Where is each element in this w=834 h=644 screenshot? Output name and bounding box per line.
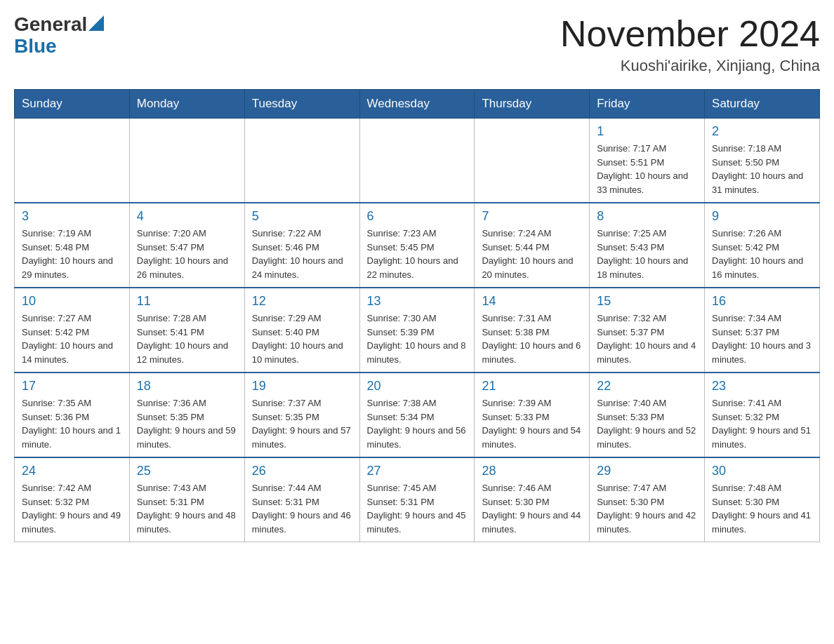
day-number: 18 bbox=[137, 379, 237, 394]
day-info: Sunrise: 7:28 AMSunset: 5:41 PMDaylight:… bbox=[137, 311, 237, 366]
day-info: Sunrise: 7:18 AMSunset: 5:50 PMDaylight:… bbox=[712, 142, 812, 196]
day-number: 12 bbox=[252, 294, 352, 309]
month-title: November 2024 bbox=[560, 14, 820, 54]
day-info: Sunrise: 7:41 AMSunset: 5:32 PMDaylight:… bbox=[712, 396, 812, 451]
calendar-day-cell bbox=[244, 119, 359, 203]
day-number: 6 bbox=[367, 209, 468, 224]
day-info: Sunrise: 7:35 AMSunset: 5:36 PMDaylight:… bbox=[22, 396, 122, 451]
calendar-day-cell: 25Sunrise: 7:43 AMSunset: 5:31 PMDayligh… bbox=[129, 457, 244, 542]
day-info: Sunrise: 7:39 AMSunset: 5:33 PMDaylight:… bbox=[482, 396, 582, 451]
calendar-day-cell: 23Sunrise: 7:41 AMSunset: 5:32 PMDayligh… bbox=[705, 373, 820, 457]
calendar-day-cell: 19Sunrise: 7:37 AMSunset: 5:35 PMDayligh… bbox=[244, 373, 359, 457]
calendar-week-row: 10Sunrise: 7:27 AMSunset: 5:42 PMDayligh… bbox=[15, 288, 820, 373]
calendar-day-cell bbox=[359, 119, 475, 203]
day-of-week-header: Monday bbox=[129, 90, 244, 119]
day-number: 19 bbox=[252, 379, 352, 394]
calendar-day-cell bbox=[129, 119, 244, 203]
day-number: 8 bbox=[597, 209, 697, 224]
day-info: Sunrise: 7:38 AMSunset: 5:34 PMDaylight:… bbox=[367, 396, 468, 451]
calendar-day-cell bbox=[475, 119, 590, 203]
day-info: Sunrise: 7:17 AMSunset: 5:51 PMDaylight:… bbox=[597, 142, 697, 196]
day-number: 25 bbox=[137, 464, 237, 478]
title-section: November 2024 Kuoshi'airike, Xinjiang, C… bbox=[560, 14, 820, 75]
calendar-day-cell: 24Sunrise: 7:42 AMSunset: 5:32 PMDayligh… bbox=[15, 457, 130, 542]
day-info: Sunrise: 7:47 AMSunset: 5:30 PMDaylight:… bbox=[597, 481, 697, 536]
day-number: 27 bbox=[367, 464, 468, 478]
day-number: 3 bbox=[22, 209, 122, 224]
svg-marker-0 bbox=[88, 15, 104, 31]
day-info: Sunrise: 7:19 AMSunset: 5:48 PMDaylight:… bbox=[22, 227, 122, 281]
day-info: Sunrise: 7:42 AMSunset: 5:32 PMDaylight:… bbox=[22, 481, 122, 536]
calendar-day-cell: 18Sunrise: 7:36 AMSunset: 5:35 PMDayligh… bbox=[129, 373, 244, 457]
day-info: Sunrise: 7:20 AMSunset: 5:47 PMDaylight:… bbox=[137, 227, 237, 281]
day-info: Sunrise: 7:45 AMSunset: 5:31 PMDaylight:… bbox=[367, 481, 468, 536]
calendar-day-cell: 6Sunrise: 7:23 AMSunset: 5:45 PMDaylight… bbox=[359, 203, 475, 288]
day-of-week-header: Thursday bbox=[475, 90, 590, 119]
day-number: 16 bbox=[712, 294, 812, 309]
calendar-day-cell: 27Sunrise: 7:45 AMSunset: 5:31 PMDayligh… bbox=[359, 457, 475, 542]
day-number: 13 bbox=[367, 294, 468, 309]
day-of-week-header: Tuesday bbox=[244, 90, 359, 119]
calendar-week-row: 17Sunrise: 7:35 AMSunset: 5:36 PMDayligh… bbox=[15, 373, 820, 457]
day-number: 1 bbox=[597, 124, 697, 139]
calendar-day-cell: 10Sunrise: 7:27 AMSunset: 5:42 PMDayligh… bbox=[15, 288, 130, 373]
day-number: 14 bbox=[482, 294, 582, 309]
day-info: Sunrise: 7:31 AMSunset: 5:38 PMDaylight:… bbox=[482, 311, 582, 366]
day-number: 4 bbox=[137, 209, 237, 224]
day-number: 28 bbox=[482, 464, 582, 478]
day-number: 10 bbox=[22, 294, 122, 309]
logo-blue-text: Blue bbox=[14, 35, 57, 57]
day-number: 7 bbox=[482, 209, 582, 224]
logo-triangle-icon bbox=[88, 15, 104, 31]
calendar-day-cell: 12Sunrise: 7:29 AMSunset: 5:40 PMDayligh… bbox=[244, 288, 359, 373]
day-info: Sunrise: 7:43 AMSunset: 5:31 PMDaylight:… bbox=[137, 481, 237, 536]
calendar-day-cell: 28Sunrise: 7:46 AMSunset: 5:30 PMDayligh… bbox=[475, 457, 590, 542]
day-number: 21 bbox=[482, 379, 582, 394]
day-number: 15 bbox=[597, 294, 697, 309]
day-info: Sunrise: 7:22 AMSunset: 5:46 PMDaylight:… bbox=[252, 227, 352, 281]
page-header: General Blue November 2024 Kuoshi'airike… bbox=[14, 14, 820, 75]
calendar-day-cell: 1Sunrise: 7:17 AMSunset: 5:51 PMDaylight… bbox=[590, 119, 705, 203]
day-number: 5 bbox=[252, 209, 352, 224]
calendar-day-cell: 2Sunrise: 7:18 AMSunset: 5:50 PMDaylight… bbox=[705, 119, 820, 203]
day-info: Sunrise: 7:25 AMSunset: 5:43 PMDaylight:… bbox=[597, 227, 697, 281]
calendar-day-cell: 20Sunrise: 7:38 AMSunset: 5:34 PMDayligh… bbox=[359, 373, 475, 457]
calendar-week-row: 3Sunrise: 7:19 AMSunset: 5:48 PMDaylight… bbox=[15, 203, 820, 288]
calendar-day-cell: 29Sunrise: 7:47 AMSunset: 5:30 PMDayligh… bbox=[590, 457, 705, 542]
day-number: 17 bbox=[22, 379, 122, 394]
day-info: Sunrise: 7:34 AMSunset: 5:37 PMDaylight:… bbox=[712, 311, 812, 366]
day-of-week-header: Saturday bbox=[705, 90, 820, 119]
calendar-day-cell: 13Sunrise: 7:30 AMSunset: 5:39 PMDayligh… bbox=[359, 288, 475, 373]
day-info: Sunrise: 7:32 AMSunset: 5:37 PMDaylight:… bbox=[597, 311, 697, 366]
logo: General Blue bbox=[14, 14, 104, 58]
calendar-day-cell: 11Sunrise: 7:28 AMSunset: 5:41 PMDayligh… bbox=[129, 288, 244, 373]
day-info: Sunrise: 7:37 AMSunset: 5:35 PMDaylight:… bbox=[252, 396, 352, 451]
day-info: Sunrise: 7:30 AMSunset: 5:39 PMDaylight:… bbox=[367, 311, 468, 366]
calendar-week-row: 24Sunrise: 7:42 AMSunset: 5:32 PMDayligh… bbox=[15, 457, 820, 542]
calendar-day-cell: 30Sunrise: 7:48 AMSunset: 5:30 PMDayligh… bbox=[705, 457, 820, 542]
day-number: 2 bbox=[712, 124, 812, 139]
day-number: 30 bbox=[712, 464, 812, 478]
day-info: Sunrise: 7:26 AMSunset: 5:42 PMDaylight:… bbox=[712, 227, 812, 281]
day-number: 23 bbox=[712, 379, 812, 394]
day-info: Sunrise: 7:27 AMSunset: 5:42 PMDaylight:… bbox=[22, 311, 122, 366]
calendar-day-cell: 17Sunrise: 7:35 AMSunset: 5:36 PMDayligh… bbox=[15, 373, 130, 457]
day-number: 29 bbox=[597, 464, 697, 478]
calendar-header-row: SundayMondayTuesdayWednesdayThursdayFrid… bbox=[15, 90, 820, 119]
day-number: 26 bbox=[252, 464, 352, 478]
day-of-week-header: Sunday bbox=[15, 90, 130, 119]
day-info: Sunrise: 7:36 AMSunset: 5:35 PMDaylight:… bbox=[137, 396, 237, 451]
day-info: Sunrise: 7:24 AMSunset: 5:44 PMDaylight:… bbox=[482, 227, 582, 281]
logo-general-text: General bbox=[14, 14, 87, 36]
day-number: 9 bbox=[712, 209, 812, 224]
calendar-table: SundayMondayTuesdayWednesdayThursdayFrid… bbox=[14, 89, 820, 542]
calendar-day-cell: 21Sunrise: 7:39 AMSunset: 5:33 PMDayligh… bbox=[475, 373, 590, 457]
calendar-day-cell bbox=[15, 119, 130, 203]
day-info: Sunrise: 7:29 AMSunset: 5:40 PMDaylight:… bbox=[252, 311, 352, 366]
calendar-day-cell: 4Sunrise: 7:20 AMSunset: 5:47 PMDaylight… bbox=[129, 203, 244, 288]
calendar-day-cell: 5Sunrise: 7:22 AMSunset: 5:46 PMDaylight… bbox=[244, 203, 359, 288]
day-info: Sunrise: 7:48 AMSunset: 5:30 PMDaylight:… bbox=[712, 481, 812, 536]
day-info: Sunrise: 7:44 AMSunset: 5:31 PMDaylight:… bbox=[252, 481, 352, 536]
day-info: Sunrise: 7:23 AMSunset: 5:45 PMDaylight:… bbox=[367, 227, 468, 281]
calendar-day-cell: 16Sunrise: 7:34 AMSunset: 5:37 PMDayligh… bbox=[705, 288, 820, 373]
